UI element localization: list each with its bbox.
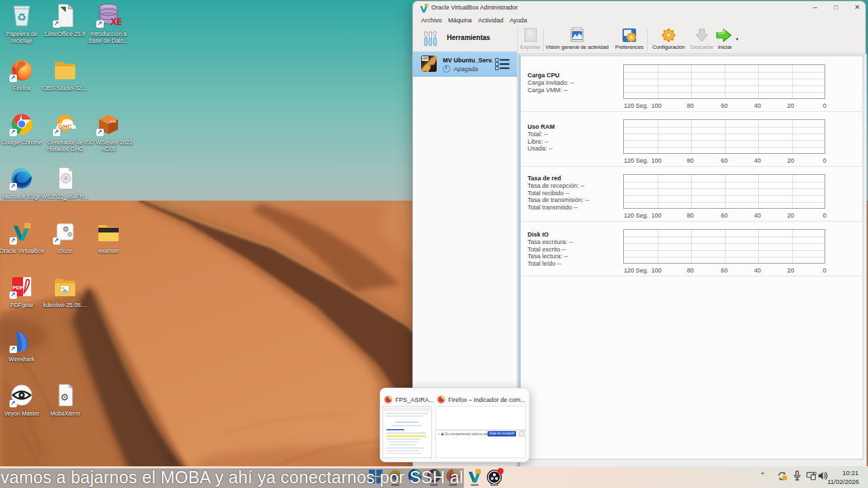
svg-text:PDF: PDF — [13, 285, 24, 291]
svg-text:⚙: ⚙ — [67, 231, 73, 238]
svg-text:GHC: GHC — [58, 123, 73, 130]
svg-text:♻: ♻ — [17, 12, 26, 23]
svg-text:⚙: ⚙ — [60, 392, 69, 403]
svg-text:eva: eva — [111, 119, 116, 123]
svg-text:XE: XE — [111, 16, 121, 27]
